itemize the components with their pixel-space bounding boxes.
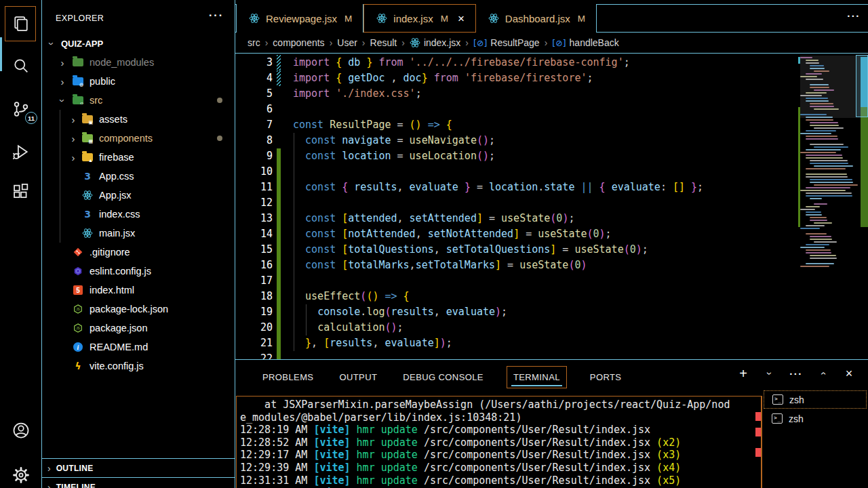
minimap-line (806, 130, 836, 131)
activity-bar-search[interactable] (0, 48, 41, 83)
more-actions-button[interactable]: ··· (845, 7, 863, 24)
activity-bar-account[interactable] (0, 413, 41, 448)
svg-text:JS: JS (76, 327, 80, 330)
minimap-line (800, 228, 820, 229)
explorer-more-actions-button[interactable]: ··· (209, 9, 224, 22)
panel-tab-terminal[interactable]: TERMINAL (507, 366, 567, 388)
line-number: 18 (235, 289, 273, 304)
tab-index.jsx[interactable]: index.jsxM× (363, 4, 476, 33)
panel-tab-problems[interactable]: PROBLEMS (260, 366, 316, 388)
breadcrumb-src[interactable]: src (248, 37, 260, 48)
tree-item-package-lock-json[interactable]: JSpackage-lock.json (42, 300, 235, 319)
activity-bar-settings-gear[interactable] (0, 458, 41, 488)
tree-item-firebase[interactable]: ›▲firebase (42, 148, 235, 167)
minimap-line (810, 160, 848, 161)
tree-item-app-css[interactable]: 3App.css (42, 167, 235, 186)
terminal-viewport[interactable]: at JSXParserMixin.parseMaybeAssign (/Use… (236, 396, 762, 488)
tree-item-index-css[interactable]: 3index.css (42, 205, 235, 224)
item-label: package.json (90, 323, 147, 333)
minimap-line (814, 70, 829, 72)
launch-profile-button[interactable]: › (763, 367, 776, 380)
minimap-line (810, 182, 853, 183)
tree-item--gitignore[interactable]: .gitignore (42, 243, 235, 262)
code-editor[interactable]: 3import { db } from '../../../firebase/f… (235, 54, 868, 359)
activity-bar-source-control[interactable]: 11 (0, 92, 41, 127)
minimap-line (814, 108, 839, 110)
breadcrumb-label: index.jsx (424, 37, 460, 48)
more-actions-button[interactable]: ··· (789, 367, 803, 380)
tree-item-vite-config-js[interactable]: ϟvite.config.js (42, 357, 235, 375)
breadcrumb-user[interactable]: User (337, 37, 357, 48)
terminal-list-item-zsh-1[interactable]: >_zsh (764, 390, 867, 409)
activity-bar-run-and-debug[interactable] (0, 134, 41, 169)
tree-item-package-json[interactable]: JSpackage.json (42, 319, 235, 338)
tab-dashboard.jsx[interactable]: Dashboard.jsxM (476, 4, 597, 33)
breadcrumb-index.jsx[interactable]: index.jsx (410, 37, 460, 48)
gutter-modified-decoration (277, 70, 281, 86)
breadcrumb-components[interactable]: components (273, 37, 324, 48)
tab-reviewpage.jsx[interactable]: Reviewpage.jsxM (236, 4, 363, 33)
terminal-list-item-zsh-2[interactable]: >_zsh (764, 409, 867, 428)
line-number: 22 (235, 351, 273, 359)
editor-tab-bar: Reviewpage.jsxM index.jsxM× Dashboard.js… (235, 0, 868, 33)
code-line-16: const [totalMarks,setTotalMarks] = useSt… (293, 258, 587, 273)
minimap-line (810, 258, 837, 259)
item-label: vite.config.js (90, 361, 144, 371)
terminal-sash[interactable] (761, 396, 762, 488)
editor-scrollbar[interactable] (856, 54, 868, 359)
maximize-panel-button[interactable]: › (816, 367, 829, 380)
tree-item-index-html[interactable]: 5index.html (42, 281, 235, 300)
terminal-error-mark (755, 448, 761, 457)
panel-tab-debug-console[interactable]: DEBUG CONSOLE (400, 366, 486, 388)
timeline-section-header[interactable]: › TIMELINE (42, 477, 235, 488)
svg-text:JS: JS (76, 308, 80, 311)
run-and-debug-icon (12, 142, 31, 161)
breadcrumb-label: Result (370, 37, 397, 48)
outline-section-header[interactable]: › OUTLINE (42, 458, 235, 477)
tree-item-readme-md[interactable]: iREADME.md (42, 338, 235, 357)
gutter-added-decoration (277, 289, 281, 304)
tree-item-node-modules[interactable]: ›node_modules (42, 53, 235, 72)
tree-item-app-jsx[interactable]: App.jsx (42, 186, 235, 205)
minimap-line (806, 79, 823, 80)
tree-root-quiz-app[interactable]: ›QUIZ-APP (42, 34, 235, 53)
close-icon[interactable]: × (458, 13, 465, 24)
html-icon: 5 (73, 285, 83, 295)
close-panel-button[interactable]: × (842, 367, 856, 380)
chevron-down-icon: › (46, 39, 58, 47)
minimap-line (806, 211, 821, 213)
minimap[interactable] (800, 54, 856, 359)
new-terminal-button[interactable]: + (736, 367, 750, 380)
item-label: App.jsx (99, 190, 132, 201)
breadcrumb-resultpage[interactable]: [⊘]ResultPage (473, 37, 540, 48)
scrollbar-slider[interactable] (856, 55, 868, 117)
minimap-line (810, 106, 834, 107)
panel-tab-output[interactable]: OUTPUT (336, 366, 380, 388)
open-changes-button[interactable] (791, 7, 808, 24)
folder-src: ‹› (73, 96, 83, 104)
breadcrumb-label: components (273, 37, 324, 48)
activity-bar-extensions[interactable] (0, 174, 41, 209)
tree-item-public[interactable]: ›◍public (42, 72, 235, 91)
vscode-window: 11 EXPLORER ··· ›QUIZ-APP›node_modules›◍… (0, 0, 868, 488)
code-line-9: const location = useLocation(); (293, 148, 495, 164)
line-number: 13 (235, 211, 273, 226)
breadcrumb-handleback[interactable]: [⊘]handleBack (552, 37, 618, 48)
activity-bar-files[interactable] (0, 6, 41, 41)
tree-item-eslint-config-js[interactable]: eslint.config.js (42, 262, 235, 281)
minimap-line (814, 184, 858, 186)
minimap-line (806, 168, 846, 169)
terminal-line: at JSXParserMixin.parseMaybeAssign (/Use… (240, 399, 760, 411)
panel-tab-ports[interactable]: PORTS (587, 366, 625, 388)
code-line-5: import './index.css'; (293, 86, 422, 102)
minimap-line (806, 62, 819, 64)
chevron-down-icon: › (57, 96, 68, 104)
tree-item-assets[interactable]: ›▣assets (42, 110, 235, 129)
split-editor-button[interactable] (818, 7, 835, 24)
tree-item-main-jsx[interactable]: main.jsx (42, 224, 235, 243)
breadcrumb-result[interactable]: Result (370, 37, 397, 48)
line-number: 14 (235, 226, 273, 242)
tree-item-src[interactable]: ›‹›src (42, 91, 235, 110)
tree-item-components[interactable]: ›▦components (42, 129, 235, 148)
folder-firebase: ▲ (82, 153, 93, 161)
